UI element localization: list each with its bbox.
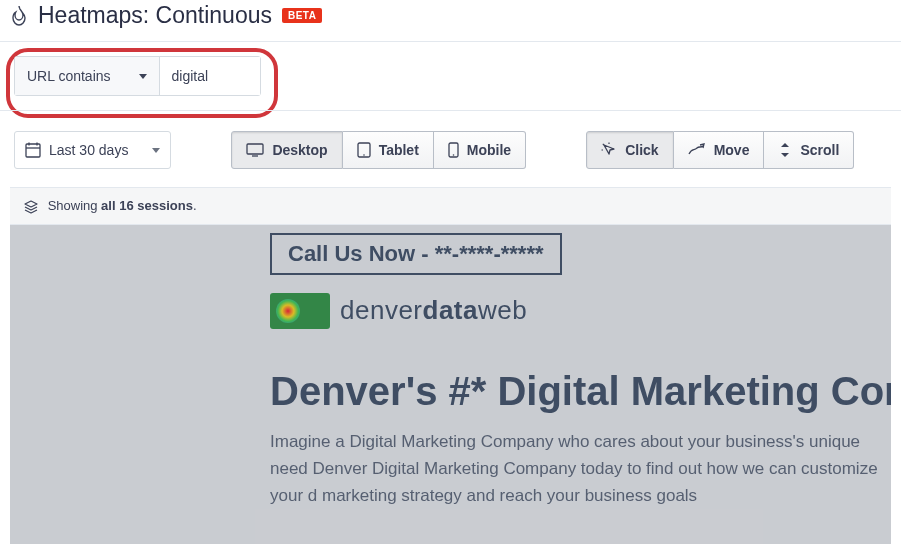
preview-page: Call Us Now - **-****-***** denverdatawe… xyxy=(270,225,891,510)
svg-rect-0 xyxy=(26,144,40,157)
sessions-suffix: . xyxy=(193,198,197,213)
click-icon xyxy=(601,142,617,158)
hero-title: Denver's #* Digital Marketing Comp xyxy=(270,369,891,414)
map-move-button[interactable]: Move xyxy=(674,131,765,169)
map-move-label: Move xyxy=(714,142,750,158)
chevron-down-icon xyxy=(139,74,147,79)
map-scroll-button[interactable]: Scroll xyxy=(764,131,854,169)
beta-badge: BETA xyxy=(282,8,322,23)
url-filter: URL contains xyxy=(14,56,261,96)
svg-point-9 xyxy=(453,154,455,156)
date-range-button[interactable]: Last 30 days xyxy=(14,131,171,169)
map-scroll-label: Scroll xyxy=(800,142,839,158)
tablet-icon xyxy=(357,142,371,158)
chevron-down-icon xyxy=(152,148,160,153)
device-desktop-button[interactable]: Desktop xyxy=(231,131,342,169)
hero-body: Imagine a Digital Marketing Company who … xyxy=(270,428,891,510)
logo-text: denverdataweb xyxy=(340,295,527,326)
map-click-button[interactable]: Click xyxy=(586,131,673,169)
toolbar: Last 30 days Desktop Tablet Mobile xyxy=(0,111,901,187)
sessions-count: all 16 sessions xyxy=(101,198,193,213)
url-filter-row: URL contains xyxy=(0,41,901,111)
layers-icon xyxy=(24,200,38,214)
sessions-prefix: Showing xyxy=(48,198,101,213)
date-range-label: Last 30 days xyxy=(49,142,128,158)
mobile-icon xyxy=(448,142,459,158)
page-header: Heatmaps: Continuous BETA xyxy=(0,0,901,41)
call-us-banner: Call Us Now - **-****-***** xyxy=(270,233,562,275)
desktop-icon xyxy=(246,143,264,157)
page-title: Heatmaps: Continuous xyxy=(38,2,272,29)
map-type-segment: Click Move Scroll xyxy=(586,131,854,169)
device-mobile-label: Mobile xyxy=(467,142,511,158)
device-mobile-button[interactable]: Mobile xyxy=(434,131,526,169)
sessions-bar: Showing all 16 sessions. xyxy=(10,187,891,225)
device-desktop-label: Desktop xyxy=(272,142,327,158)
fire-icon xyxy=(10,6,28,26)
site-logo: denverdataweb xyxy=(270,293,891,329)
move-icon xyxy=(688,143,706,157)
device-tablet-label: Tablet xyxy=(379,142,419,158)
calendar-icon xyxy=(25,142,41,158)
scroll-icon xyxy=(778,142,792,158)
svg-line-12 xyxy=(603,144,604,145)
svg-point-7 xyxy=(363,154,365,156)
device-segment: Desktop Tablet Mobile xyxy=(231,131,526,169)
heatmap-preview: Call Us Now - **-****-***** denverdatawe… xyxy=(10,225,891,544)
heatmap-dot-icon xyxy=(276,299,300,323)
logo-mark xyxy=(270,293,330,329)
device-tablet-button[interactable]: Tablet xyxy=(343,131,434,169)
svg-rect-4 xyxy=(247,144,263,154)
map-click-label: Click xyxy=(625,142,658,158)
url-mode-select[interactable]: URL contains xyxy=(15,57,160,95)
url-mode-label: URL contains xyxy=(27,68,111,84)
url-value-input[interactable] xyxy=(160,57,260,95)
